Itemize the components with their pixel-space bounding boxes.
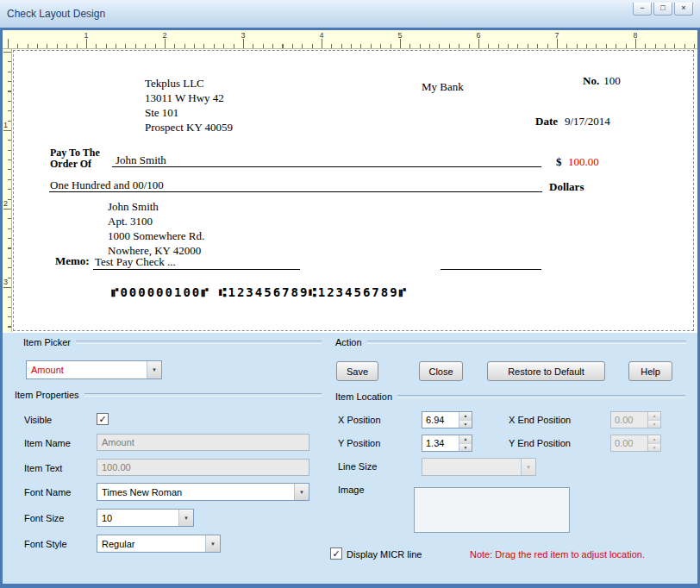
spinner-down-icon: ▼	[648, 421, 660, 428]
ruler-number: 8	[630, 31, 641, 40]
ruler-number: 5	[395, 31, 405, 40]
help-button[interactable]: Help	[628, 361, 672, 381]
memo-text-item[interactable]: Test Pay Check ...	[95, 255, 176, 269]
memo-underline[interactable]	[93, 269, 300, 270]
check-layout-design-window: Check Layout Design − □ × 1 2 3 4 5 6 7 …	[0, 0, 700, 588]
font-style-label: Font Style	[24, 539, 67, 549]
y-end-position-value: 0.00	[611, 435, 647, 451]
line-size-label: Line Size	[338, 461, 377, 472]
memo-label-item[interactable]: Memo:	[55, 254, 90, 268]
dollars-label-item[interactable]: Dollars	[549, 180, 584, 194]
chevron-down-icon: ▼	[147, 361, 161, 378]
x-end-position-label: X End Position	[509, 415, 571, 425]
ruler-number: 3	[238, 31, 248, 40]
close-button[interactable]: ×	[674, 3, 693, 16]
amount-words-item[interactable]: One Hundred and 00/100	[50, 178, 164, 192]
image-preview-box[interactable]	[414, 487, 570, 533]
item-location-group-label: Item Location	[335, 391, 392, 402]
spinner-buttons: ▲ ▼	[459, 412, 472, 428]
y-position-label: Y Position	[338, 438, 380, 448]
chevron-down-icon: ▼	[521, 459, 535, 475]
spinner-buttons: ▲ ▼	[647, 435, 660, 451]
font-style-select[interactable]: Regular ▼	[97, 535, 221, 553]
spinner-down-icon: ▼	[648, 444, 660, 452]
date-label: Date	[535, 115, 558, 128]
chevron-down-icon: ▼	[205, 535, 220, 552]
payee-underline[interactable]	[112, 166, 541, 167]
window-controls: − □ ×	[633, 3, 693, 16]
ruler-number: 2	[3, 199, 8, 208]
x-end-position-spinner: 0.00 ▲ ▼	[610, 411, 661, 428]
payee-address-item[interactable]: John Smith Apt. 3100 1000 Somewhere Rd. …	[108, 199, 204, 258]
item-picker-selected-value: Amount	[27, 361, 147, 378]
action-group-label: Action	[335, 337, 362, 347]
close-button[interactable]: Close	[419, 361, 463, 381]
pay-to-label-item[interactable]: Pay To The Order Of	[50, 147, 100, 170]
spinner-up-icon[interactable]: ▲	[459, 412, 472, 421]
ruler-number: 6	[473, 31, 484, 40]
company-line: Ste 101	[145, 105, 233, 120]
font-style-value: Regular	[97, 535, 205, 552]
restore-to-default-button[interactable]: Restore to Default	[487, 361, 605, 381]
spinner-up-icon: ▲	[648, 412, 660, 421]
item-picker-group-label: Item Picker	[23, 337, 71, 347]
ruler-major-ticks	[8, 39, 700, 48]
spinner-down-icon[interactable]: ▼	[459, 421, 472, 428]
x-position-label: X Position	[338, 415, 381, 425]
address-line: John Smith	[108, 199, 204, 214]
x-position-spinner[interactable]: 6.94 ▲ ▼	[422, 411, 472, 428]
signature-line[interactable]	[441, 269, 541, 270]
item-text-field[interactable]: 100.00	[97, 459, 309, 476]
check-number-item[interactable]: No. 100	[583, 74, 621, 88]
item-name-field[interactable]: Amount	[97, 434, 309, 451]
minimize-button[interactable]: −	[633, 3, 652, 16]
action-group: Action	[335, 337, 686, 347]
address-line: 1000 Somewhere Rd.	[108, 228, 204, 243]
image-label: Image	[338, 485, 365, 495]
company-line: Prospect KY 40059	[145, 120, 233, 134]
ruler-major-ticks	[3, 52, 11, 332]
font-name-value: Times New Roman	[97, 484, 294, 500]
company-line: Tekplus LLC	[145, 76, 233, 91]
ruler-number: 1	[3, 121, 8, 129]
y-end-position-label: Y End Position	[509, 438, 571, 448]
horizontal-ruler: 1 2 3 4 5 6 7 8	[0, 28, 700, 49]
company-address-item[interactable]: Tekplus LLC 13011 W Hwy 42 Ste 101 Prosp…	[145, 76, 233, 134]
spinner-up-icon[interactable]: ▲	[459, 435, 472, 444]
display-micr-checkbox[interactable]: ✓	[330, 547, 342, 560]
visible-label: Visible	[24, 415, 52, 425]
y-position-value: 1.34	[422, 435, 459, 451]
micr-line-item[interactable]: ⑈000000100⑈ ⑆123456789⑆123456789⑈	[111, 285, 408, 299]
y-position-spinner[interactable]: 1.34 ▲ ▼	[422, 435, 472, 452]
payee-name-item[interactable]: John Smith	[116, 153, 166, 167]
item-location-group: Item Location	[335, 391, 685, 402]
check-number-value: 100	[603, 74, 621, 88]
bank-name-item[interactable]: My Bank	[422, 80, 464, 94]
item-picker-select[interactable]: Amount ▼	[26, 360, 162, 379]
currency-symbol-item[interactable]: $	[556, 155, 562, 169]
titlebar[interactable]: Check Layout Design − □ ×	[0, 0, 700, 28]
amount-item-selected[interactable]: 100.00	[568, 155, 599, 169]
ruler-number: 4	[316, 31, 327, 40]
spinner-buttons: ▲ ▼	[459, 435, 472, 451]
checkmark-icon: ✓	[98, 415, 106, 424]
drag-note-text: Note: Drag the red item to adjust locati…	[470, 549, 645, 560]
font-size-select[interactable]: 10 ▼	[97, 509, 194, 527]
date-item[interactable]: Date 9/17/2014	[535, 115, 610, 128]
address-line: Apt. 3100	[108, 214, 204, 228]
ruler-number: 3	[3, 278, 8, 286]
maximize-button[interactable]: □	[653, 3, 672, 16]
line-size-select: ▼	[422, 458, 536, 476]
ruler-number: 2	[159, 31, 170, 40]
x-end-position-value: 0.00	[611, 412, 647, 428]
item-text-label: Item Text	[24, 463, 62, 473]
pay-to-line2: Order Of	[50, 159, 100, 170]
save-button[interactable]: Save	[336, 361, 378, 381]
visible-checkbox[interactable]: ✓	[97, 413, 109, 425]
check-number-label: No.	[583, 74, 599, 88]
amount-words-underline[interactable]	[49, 191, 542, 192]
item-picker-group: Item Picker	[23, 337, 322, 347]
item-properties-group-label: Item Properties	[15, 390, 79, 400]
font-name-select[interactable]: Times New Roman ▼	[97, 483, 309, 501]
spinner-down-icon[interactable]: ▼	[459, 444, 472, 452]
